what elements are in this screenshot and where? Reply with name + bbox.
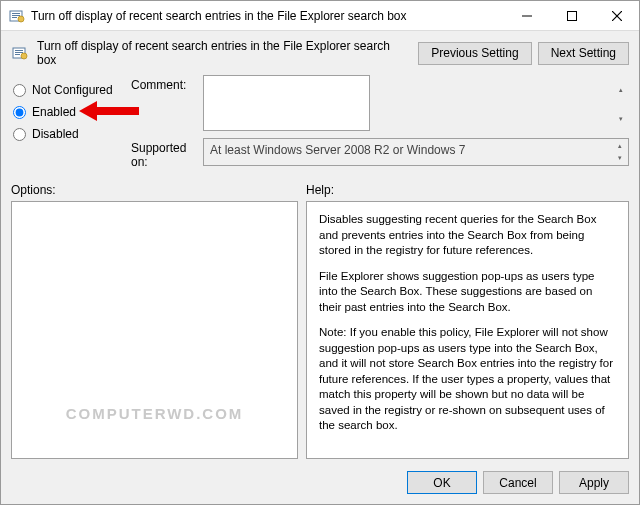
previous-setting-button[interactable]: Previous Setting xyxy=(418,42,531,65)
policy-icon xyxy=(11,44,29,62)
comment-row: Comment: ▴ ▾ xyxy=(131,75,629,134)
close-button[interactable] xyxy=(594,1,639,30)
radio-not-configured[interactable]: Not Configured xyxy=(11,79,131,101)
comment-input[interactable] xyxy=(203,75,370,131)
radio-disabled[interactable]: Disabled xyxy=(11,123,131,145)
radio-not-configured-input[interactable] xyxy=(13,84,26,97)
radio-label: Enabled xyxy=(32,105,76,119)
svg-rect-2 xyxy=(12,15,20,16)
header: Turn off display of recent search entrie… xyxy=(1,31,639,73)
ok-button[interactable]: OK xyxy=(407,471,477,494)
dialog-buttons: OK Cancel Apply xyxy=(1,465,639,504)
supported-row: Supported on: At least Windows Server 20… xyxy=(131,138,629,169)
help-paragraph: File Explorer shows suggestion pop-ups a… xyxy=(319,269,616,316)
options-panel: COMPUTERWD.COM xyxy=(11,201,298,459)
lower-labels: Options: Help: xyxy=(1,181,639,199)
supported-label: Supported on: xyxy=(131,138,203,169)
window-controls xyxy=(504,1,639,30)
policy-title: Turn off display of recent search entrie… xyxy=(37,39,410,67)
lower-panels: COMPUTERWD.COM Disables suggesting recen… xyxy=(1,199,639,465)
supported-on-text: At least Windows Server 2008 R2 or Windo… xyxy=(210,143,465,157)
svg-rect-11 xyxy=(15,52,23,53)
help-label: Help: xyxy=(306,183,334,197)
svg-rect-10 xyxy=(15,50,23,51)
options-label: Options: xyxy=(11,183,306,197)
maximize-button[interactable] xyxy=(549,1,594,30)
supported-spin[interactable]: ▴ ▾ xyxy=(612,140,627,164)
chevron-down-icon[interactable]: ▾ xyxy=(612,152,627,164)
titlebar: Turn off display of recent search entrie… xyxy=(1,1,639,31)
policy-editor-window: Turn off display of recent search entrie… xyxy=(0,0,640,505)
help-paragraph: Disables suggesting recent queries for t… xyxy=(319,212,616,259)
help-text: Disables suggesting recent queries for t… xyxy=(307,202,628,454)
radio-enabled-input[interactable] xyxy=(13,106,26,119)
next-setting-button[interactable]: Next Setting xyxy=(538,42,629,65)
supported-on-value: At least Windows Server 2008 R2 or Windo… xyxy=(203,138,629,166)
state-radios: Not Configured Enabled Disabled xyxy=(11,75,131,173)
fields: Comment: ▴ ▾ Supported on: At least Wind… xyxy=(131,75,629,173)
comment-label: Comment: xyxy=(131,75,203,92)
apply-button[interactable]: Apply xyxy=(559,471,629,494)
chevron-up-icon[interactable]: ▴ xyxy=(613,76,628,105)
chevron-up-icon[interactable]: ▴ xyxy=(612,140,627,152)
svg-rect-6 xyxy=(567,11,576,20)
svg-rect-3 xyxy=(12,17,17,18)
svg-point-13 xyxy=(21,53,27,59)
minimize-button[interactable] xyxy=(504,1,549,30)
svg-rect-1 xyxy=(12,13,20,14)
help-panel: Disables suggesting recent queries for t… xyxy=(306,201,629,459)
policy-icon xyxy=(9,8,25,24)
radio-label: Disabled xyxy=(32,127,79,141)
chevron-down-icon[interactable]: ▾ xyxy=(613,105,628,134)
comment-spin[interactable]: ▴ ▾ xyxy=(613,76,628,133)
svg-point-4 xyxy=(18,16,24,22)
cancel-button[interactable]: Cancel xyxy=(483,471,553,494)
config-area: Not Configured Enabled Disabled Comment: xyxy=(1,73,639,181)
radio-label: Not Configured xyxy=(32,83,113,97)
window-title: Turn off display of recent search entrie… xyxy=(31,9,504,23)
watermark: COMPUTERWD.COM xyxy=(12,405,297,422)
radio-enabled[interactable]: Enabled xyxy=(11,101,131,123)
svg-rect-12 xyxy=(15,54,20,55)
radio-disabled-input[interactable] xyxy=(13,128,26,141)
nav-buttons: Previous Setting Next Setting xyxy=(418,42,629,65)
help-paragraph: Note: If you enable this policy, File Ex… xyxy=(319,325,616,434)
